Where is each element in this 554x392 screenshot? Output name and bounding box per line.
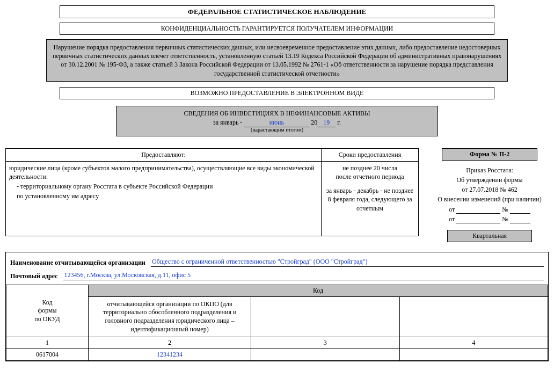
deadline-line2: после отчетного периода	[325, 172, 415, 181]
report-title: СВЕДЕНИЯ ОБ ИНВЕСТИЦИЯХ В НЕФИНАНСОВЫЕ А…	[122, 110, 432, 118]
okud-label-cell: Код формы по ОКУД	[6, 285, 89, 337]
organization-block: Наименование отчитывающейся организации …	[5, 252, 549, 361]
provision-table: Предоставляют: Сроки предоставления юрид…	[5, 148, 419, 236]
okud-label-3: по ОКУД	[10, 315, 85, 324]
org-address-label: Почтовый адрес	[10, 272, 58, 280]
okud-value[interactable]: 0617004	[6, 349, 89, 361]
report-info-box: СВЕДЕНИЯ ОБ ИНВЕСТИЦИЯХ В НЕФИНАНСОВЫЕ А…	[116, 106, 438, 136]
amend-date-1[interactable]	[456, 207, 500, 214]
num-c4: 4	[399, 337, 548, 349]
org-address-row: Почтовый адрес 123456, г.Москва, ул.Моск…	[10, 271, 544, 280]
deadline-line3: за январь - декабрь - не позднее 8 февра…	[325, 186, 415, 213]
legal-warning: Нарушение порядка предоставления первичн…	[46, 39, 508, 82]
amend-no-1[interactable]	[510, 207, 530, 214]
year-g: г.	[337, 119, 341, 126]
okud-label-2: формы	[10, 307, 85, 315]
period-month-field[interactable]: июнь	[244, 119, 309, 127]
providers-intro: юридические лица (кроме субъектов малого…	[9, 164, 318, 181]
order-line2: Об утверждении формы	[431, 176, 549, 184]
amend-date-2[interactable]	[456, 216, 500, 223]
order-line1: Приказ Росстата:	[431, 166, 549, 175]
codes-value-row: 0617004 12341234	[6, 349, 548, 361]
period-prefix: за январь -	[213, 119, 242, 126]
okpo-value[interactable]: 12341234	[89, 349, 251, 361]
deadline-line1: не позднее 20 числа	[325, 164, 415, 172]
num-c3: 3	[251, 337, 400, 349]
org-name-label: Наименование отчитывающейся организации	[10, 259, 145, 267]
order-line3: от 27.07.2018 № 462	[431, 185, 549, 194]
ot-label-1: от	[449, 206, 455, 213]
code-c3-value[interactable]	[251, 349, 400, 361]
providers-item2: по установленному им адресу	[17, 192, 318, 200]
amend-row-2: от №	[431, 215, 549, 223]
org-address-field[interactable]: 123456, г.Москва, ул.Московская, д.11, о…	[63, 271, 544, 280]
electronic-notice: ВОЗМОЖНО ПРЕДОСТАВЛЕНИЕ В ЭЛЕКТРОННОМ ВИ…	[60, 87, 494, 99]
providers-cell: юридические лица (кроме субъектов малого…	[6, 161, 322, 236]
org-name-field[interactable]: Общество с ограниченной ответственностью…	[151, 258, 544, 267]
providers-item1: - территориальному органу Росстата в суб…	[17, 182, 318, 191]
main-title: ФЕДЕРАЛЬНОЕ СТАТИСТИЧЕСКОЕ НАБЛЮДЕНИЕ	[60, 5, 494, 18]
providers-header: Предоставляют:	[6, 148, 322, 161]
code-c4-value[interactable]	[399, 349, 548, 361]
no-label-2: №	[502, 215, 508, 223]
no-label-1: №	[502, 206, 508, 213]
form-meta-panel: Форма № П-2 Приказ Росстата: Об утвержде…	[431, 148, 549, 242]
org-name-row: Наименование отчитывающейся организации …	[10, 258, 544, 267]
amend-row-1: от №	[431, 205, 549, 214]
codes-numrow: 1 2 3 4	[6, 337, 548, 349]
num-c2: 2	[89, 337, 251, 349]
deadline-cell: не позднее 20 числа после отчетного пери…	[322, 161, 419, 236]
period-year-field[interactable]: 19	[317, 119, 336, 127]
form-number-box: Форма № П-2	[442, 148, 537, 161]
confidentiality-notice: КОНФИДЕНЦИАЛЬНОСТЬ ГАРАНТИРУЕТСЯ ПОЛУЧАТ…	[60, 23, 494, 35]
order-line4: О внесении изменений (при наличии)	[431, 195, 549, 204]
okpo-desc-cell: отчитывающейся организации по ОКПО (для …	[89, 296, 251, 337]
code-col3-header	[251, 296, 400, 337]
num-c1: 1	[6, 337, 89, 349]
okud-label-1: Код	[10, 299, 85, 307]
code-header: Код	[89, 285, 548, 296]
code-col4-header	[399, 296, 548, 337]
codes-table: Код формы по ОКУД Код отчитывающейся орг…	[6, 285, 548, 361]
deadline-header: Сроки предоставления	[322, 148, 419, 161]
amend-no-2[interactable]	[510, 216, 530, 223]
ot-label-2: от	[449, 215, 455, 223]
year-prefix: 20	[311, 119, 317, 126]
periodicity-box: Квартальная	[447, 230, 532, 242]
report-period: за январь - июнь 2019 г.	[122, 119, 432, 127]
period-caption: (нарастающим итогом)	[122, 127, 432, 133]
